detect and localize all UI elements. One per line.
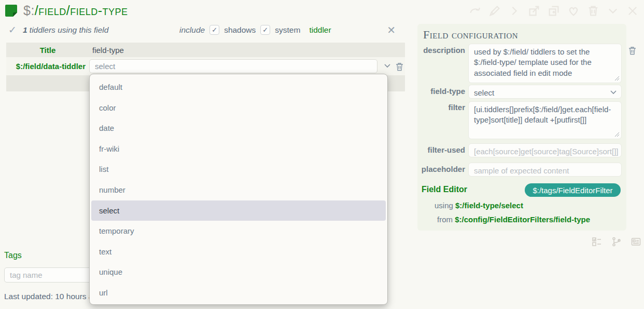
delete-row-icon[interactable]	[395, 62, 404, 71]
check-icon: ✓	[8, 25, 17, 35]
field-type-dropdown: defaultcolordatefr-wikilistnumberselectt…	[89, 74, 388, 305]
dropdown-option-default[interactable]: default	[91, 77, 386, 98]
placeholder-placeholder: sample of expected content	[474, 166, 569, 175]
chevron-down-icon[interactable]	[607, 5, 619, 17]
close-icon[interactable]	[626, 5, 639, 17]
panel-footer-toolbar	[591, 236, 641, 247]
usage-count: 1	[23, 25, 27, 34]
using-label: using	[435, 201, 455, 210]
column-header-title[interactable]: Title	[6, 46, 89, 55]
tag-name-placeholder: tag name	[10, 271, 43, 279]
field-editor-tag-pill[interactable]: $:/tags/FieldEditorFilter	[525, 183, 621, 197]
filter-value: [ui.tiddlers[]prefix[$:/field/]get.each[…	[474, 105, 611, 124]
field-configuration-panel: Field configuration description used by …	[417, 24, 626, 231]
description-label: description	[417, 46, 465, 55]
column-header-field-type: field-type	[89, 46, 124, 55]
usage-bar: ✓ 1 tiddlers using this field include ✓ …	[0, 24, 405, 39]
titlebar: $:/field/field-type	[4, 4, 128, 18]
tiddler-toolbar	[469, 5, 639, 17]
usage-count-suffix: tiddlers using this field	[27, 25, 109, 34]
field-type-combobox-value: select	[95, 62, 115, 71]
table-header-row: Title field-type	[6, 43, 405, 57]
dropdown-option-fr-wiki[interactable]: fr-wiki	[91, 139, 386, 159]
filter-textarea[interactable]: [ui.tiddlers[]prefix[$:/field/]get.each[…	[468, 101, 622, 139]
field-editor-label: Field Editor	[422, 185, 467, 194]
field-type-select-value: select	[474, 88, 494, 97]
undo-icon[interactable]	[469, 5, 481, 17]
system-label: system	[275, 25, 300, 35]
field-type-select[interactable]: select	[468, 85, 622, 99]
field-type-label: field-type	[417, 87, 465, 96]
tags-heading: Tags	[4, 251, 22, 260]
include-label: include	[179, 25, 205, 35]
filter-label: filter	[417, 103, 465, 112]
resize-grip-icon[interactable]	[614, 76, 620, 81]
page-title-prefix: $:	[23, 3, 35, 18]
dropdown-option-url[interactable]: url	[91, 283, 386, 303]
dropdown-option-date[interactable]: date	[91, 118, 386, 139]
filter-used-placeholder: [each[source]get[source]tag[Source]sort[…	[474, 147, 618, 156]
dropdown-option-select[interactable]: select	[91, 200, 386, 221]
description-value: used by $:/field/ tiddlers to set the $:…	[474, 47, 592, 77]
shadows-label: shadows	[224, 25, 256, 35]
usage-close-icon[interactable]: ✕	[387, 25, 396, 35]
from-link[interactable]: $:/config/FieldEditorFilters/field-type	[455, 215, 590, 224]
checklist-icon[interactable]	[591, 236, 602, 247]
page-title: $:/field/field-type	[23, 4, 128, 17]
usage-count-text: 1 tiddlers using this field	[23, 25, 108, 35]
branch-icon[interactable]	[611, 236, 622, 247]
using-link[interactable]: $:/field-type/select	[455, 201, 523, 210]
delete-column-icon[interactable]	[628, 46, 637, 55]
from-line: from $:/config/FieldEditorFilters/field-…	[437, 215, 590, 224]
placeholder-input[interactable]: sample of expected content	[468, 163, 622, 177]
trash-icon[interactable]	[587, 5, 599, 17]
chevron-right-icon[interactable]	[508, 5, 521, 17]
usage-filters: include ✓ shadows ✓ system tiddler	[179, 25, 331, 35]
shadows-checkbox[interactable]: ✓	[209, 25, 219, 35]
checkbox-check-icon: ✓	[212, 26, 217, 34]
placeholder-label: placeholder	[417, 165, 465, 173]
dropdown-option-text[interactable]: text	[91, 241, 386, 262]
usage-summary: ✓ 1 tiddlers using this field	[8, 25, 108, 35]
dropdown-option-color[interactable]: color	[91, 98, 386, 118]
dropdown-option-number[interactable]: number	[91, 180, 386, 200]
card-icon[interactable]	[631, 236, 641, 247]
dropdown-option-list[interactable]: list	[91, 159, 386, 180]
from-label: from	[437, 215, 455, 224]
using-line: using $:/field-type/select	[435, 201, 523, 210]
last-updated-text: Last updated: 10 hours ago	[4, 292, 102, 301]
export-icon[interactable]	[528, 5, 540, 17]
panel-title: Field configuration	[423, 28, 518, 42]
filter-used-input[interactable]: [each[source]get[source]tag[Source]sort[…	[468, 143, 622, 157]
app-window: $:/field/field-type ✓ 1 tiddlers using t…	[0, 0, 644, 309]
heart-icon[interactable]	[567, 5, 580, 17]
edit-icon[interactable]	[488, 5, 501, 17]
note-icon	[4, 4, 18, 18]
description-textarea[interactable]: used by $:/field/ tiddlers to set the $:…	[468, 44, 622, 83]
table-row: $:/field/data-tiddler select	[6, 57, 405, 75]
system-checkbox[interactable]: ✓	[260, 25, 270, 35]
clone-icon[interactable]	[548, 5, 560, 17]
chevron-down-icon[interactable]	[383, 61, 392, 71]
dropdown-option-temporary[interactable]: temporary	[91, 221, 386, 241]
dropdown-option-unique[interactable]: unique	[91, 262, 386, 283]
chevron-down-icon	[610, 89, 617, 96]
filter-used-label: filter-used	[417, 145, 465, 154]
tiddler-link[interactable]: tiddler	[309, 25, 331, 35]
resize-grip-icon[interactable]	[614, 132, 620, 137]
checkbox-check-icon: ✓	[262, 26, 268, 34]
page-title-rest: /field/field-type	[35, 3, 128, 18]
field-type-combobox[interactable]: select	[89, 59, 377, 73]
tiddler-title-link[interactable]: $:/field/data-tiddler	[6, 62, 89, 71]
